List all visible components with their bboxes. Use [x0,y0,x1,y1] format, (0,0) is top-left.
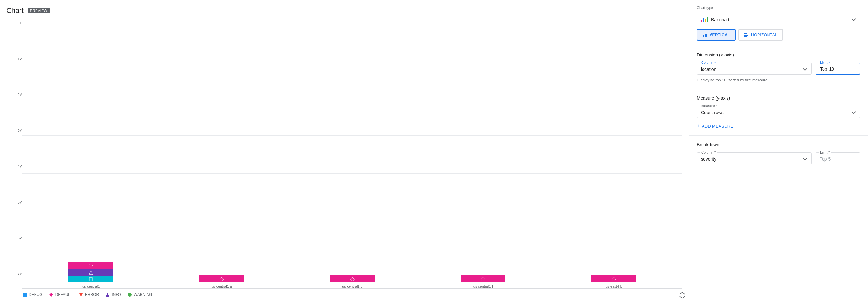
breakdown-limit-label: Limit * [819,150,831,154]
measure-select[interactable]: Count rows [697,106,860,118]
bar-group: ◇ us-central1-a [166,275,277,288]
bar-segment-default: ◇ [330,275,375,282]
svg-marker-2 [79,293,83,297]
chart-type-value: Bar chart [711,17,730,22]
legend-item-debug: DEBUG [22,292,42,297]
debug-icon [22,292,27,297]
svg-rect-9 [744,35,748,35]
chart-svg-area: 7M 6M 5M 4M 3M 2M 1M 0 [6,21,682,289]
dimension-field-row: Column * location Limit * Top [697,62,860,75]
measure-field-group: Measure * Count rows [697,106,860,118]
bar-group: □ △ ◇ us-central1 [35,262,147,288]
bar-stack: ◇ [461,275,505,282]
legend-item-error: ERROR [79,292,99,297]
svg-marker-3 [105,293,110,297]
svg-rect-7 [706,34,707,37]
horizontal-orient-btn[interactable]: HORIZONTAL [738,29,783,41]
bar-group: ◇ us-central1-f [427,275,539,288]
svg-rect-10 [744,36,747,37]
bar-group: ◇ us-central1-c [297,275,408,288]
legend-item-info: INFO [105,292,121,297]
svg-rect-0 [23,293,27,297]
vertical-label: VERTICAL [710,33,730,37]
limit-prefix: Top [820,66,827,72]
vertical-orient-btn[interactable]: VERTICAL [697,29,736,41]
bar-segment-info: △ [68,269,113,276]
chart-type-select-inner: Bar chart [701,17,730,23]
bar-stack: □ △ ◇ [68,262,113,282]
bar-stack: ◇ [330,275,375,282]
chart-type-section: Chart type Bar chart [689,0,868,46]
measure-label: Measure * [700,104,718,108]
limit-value-input[interactable] [829,66,839,72]
measure-section: Measure (y-axis) Measure * Count rows + … [689,89,868,136]
chart-legend: DEBUG DEFAULT ERROR INFO WARNING [6,289,682,302]
x-label: us-central1 [82,284,99,288]
horizontal-bar-icon [744,32,749,37]
column-field-group: Column * location [697,62,812,75]
vertical-bar-icon [703,32,708,37]
preview-badge: PREVIEW [28,8,50,13]
bar-icon-diamond: ◇ [220,275,224,282]
scroll-up-icon[interactable] [679,292,686,295]
error-icon [79,292,83,297]
x-label: us-east4-b [606,284,622,288]
bar-icon-diamond: ◇ [481,275,485,282]
scroll-arrows[interactable] [679,292,686,299]
right-panel: Chart type Bar chart [689,0,868,302]
svg-rect-6 [705,34,706,37]
info-icon [105,292,110,297]
bar-icon-square: □ [89,276,93,282]
plus-icon: + [697,123,700,129]
dimension-title: Dimension (x-axis) [697,52,860,57]
measure-value: Count rows [701,110,724,115]
measure-chevron-icon [851,110,856,115]
dimension-section: Dimension (x-axis) Column * location Lim… [689,46,868,89]
bar-icon-diamond: ◇ [89,262,93,269]
breakdown-column-value: severity [701,157,716,162]
default-icon [49,292,54,297]
breakdown-chevron-icon [802,157,807,162]
svg-marker-1 [49,293,53,297]
chart-type-label: Chart type [697,6,716,10]
bar-segment-default: ◇ [68,262,113,269]
svg-rect-8 [744,33,747,34]
bar-segment-debug: □ [68,276,113,282]
chevron-down-icon [851,17,856,22]
breakdown-limit-group: Limit * Top 5 [815,152,860,164]
add-measure-label: ADD MEASURE [702,124,734,129]
legend-item-warning: WARNING [127,292,152,297]
dimension-info: Displaying top 10, sorted by first measu… [697,78,860,82]
breakdown-title: Breakdown [697,142,860,147]
x-label: us-central1-f [473,284,493,288]
chart-bars-area: □ △ ◇ us-central1 [22,21,682,289]
breakdown-limit-placeholder: Top 5 [820,157,831,162]
add-measure-button[interactable]: + ADD MEASURE [697,123,860,129]
warning-icon [127,292,132,297]
breakdown-column-group: Column * severity [697,152,812,164]
bar-icon-diamond: ◇ [612,275,616,282]
bar-segment-default: ◇ [591,275,636,282]
legend-item-default: DEFAULT [49,292,72,297]
svg-rect-4 [128,293,131,297]
chart-header: Chart PREVIEW [6,6,682,15]
svg-rect-5 [703,35,704,37]
limit-field-group: Limit * Top [815,62,860,75]
bar-stack: ◇ [591,275,636,282]
orientation-buttons: VERTICAL HORIZONTAL [697,29,860,41]
bar-group: ◇ us-east4-b [558,275,670,288]
horizontal-label: HORIZONTAL [751,33,777,37]
y-axis-labels: 7M 6M 5M 4M 3M 2M 1M 0 [6,21,22,289]
breakdown-column-label: Column * [700,150,717,154]
bar-icon-diamond: ◇ [350,275,354,282]
chart-type-select[interactable]: Bar chart [697,14,860,25]
measure-title: Measure (y-axis) [697,95,860,101]
column-value: location [701,67,716,72]
limit-label: Limit * [819,61,831,64]
x-label: us-central1-a [212,284,232,288]
scroll-down-icon[interactable] [679,296,686,299]
bar-stack: ◇ [199,275,244,282]
chart-title: Chart [6,6,24,15]
chart-area: Chart PREVIEW 7M 6M 5M 4M 3M 2M 1M 0 [0,0,689,302]
x-label: us-central1-c [342,284,363,288]
